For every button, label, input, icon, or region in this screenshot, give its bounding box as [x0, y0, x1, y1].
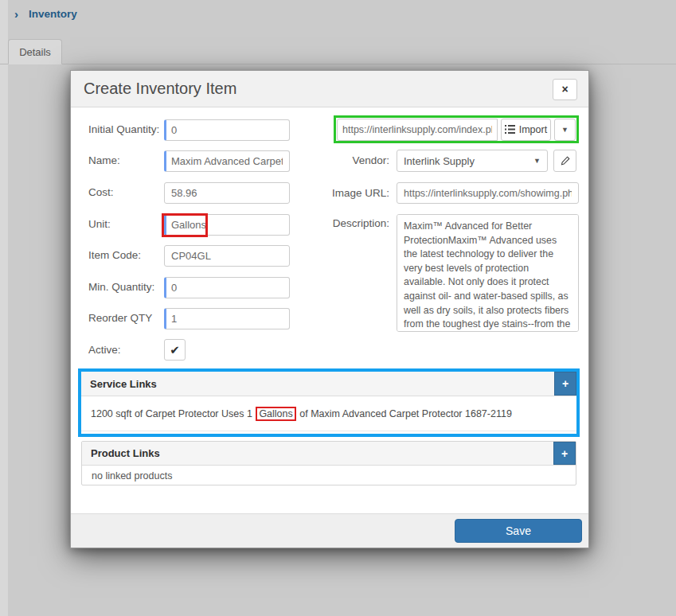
- description-textarea[interactable]: Maxim™ Advanced for Better ProtectionMax…: [397, 214, 579, 332]
- add-service-link-button[interactable]: +: [554, 372, 576, 396]
- import-url-highlight-box: Import ▼: [334, 115, 579, 143]
- modal-title: Create Inventory Item: [84, 80, 236, 98]
- vendor-selected-value: Interlink Supply: [404, 155, 475, 167]
- initial-quantity-label: Initial Quantity:: [88, 123, 159, 135]
- breadcrumb-inventory[interactable]: Inventory: [29, 8, 77, 20]
- unit-label: Unit:: [88, 218, 111, 230]
- import-url-input[interactable]: [337, 119, 498, 141]
- modal-footer: Save: [71, 513, 588, 548]
- service-link-text-prefix: 1200 sqft of Carpet Protector Uses 1: [91, 408, 252, 419]
- min-quantity-input[interactable]: [164, 277, 290, 298]
- service-link-row: 1200 sqft of Carpet Protector Uses 1 Gal…: [81, 396, 576, 431]
- initial-quantity-input[interactable]: [164, 119, 290, 141]
- import-button-label: Import: [519, 124, 547, 135]
- name-label: Name:: [88, 154, 120, 166]
- vendor-select[interactable]: Interlink Supply ▼: [397, 150, 548, 172]
- vendor-label: Vendor:: [345, 154, 389, 166]
- item-code-label: Item Code:: [88, 249, 141, 261]
- active-label: Active:: [88, 344, 121, 356]
- product-links-empty-text: no linked products: [82, 466, 576, 485]
- list-icon: [505, 125, 515, 134]
- service-link-gallons-highlight: Gallons: [256, 407, 295, 421]
- reorder-qty-label: Reorder QTY: [88, 312, 152, 324]
- image-url-label: Image URL:: [331, 187, 389, 199]
- product-links-title: Product Links: [91, 447, 160, 459]
- pencil-icon: [561, 156, 570, 166]
- import-dropdown-button[interactable]: ▼: [554, 119, 576, 141]
- tab-details[interactable]: Details: [8, 39, 62, 64]
- chevron-down-icon: ▼: [533, 157, 541, 165]
- modal-header: Create Inventory Item ×: [71, 71, 588, 107]
- breadcrumb[interactable]: › Inventory: [14, 7, 77, 21]
- active-checkbox[interactable]: ✔: [164, 339, 186, 361]
- product-links-header: Product Links +: [82, 442, 576, 466]
- vendor-edit-button[interactable]: [553, 150, 576, 172]
- unit-input[interactable]: [164, 214, 290, 236]
- add-product-link-button[interactable]: +: [553, 442, 576, 465]
- product-links-panel: Product Links + no linked products: [81, 441, 576, 485]
- cost-label: Cost:: [88, 186, 114, 198]
- checkmark-icon: ✔: [170, 343, 180, 357]
- service-links-panel: Service Links + 1200 sqft of Carpet Prot…: [78, 368, 580, 437]
- service-link-text-suffix: of Maxim Advanced Carpet Protector 1687-…: [299, 408, 512, 419]
- item-code-input[interactable]: [164, 245, 290, 267]
- image-url-input[interactable]: [397, 182, 579, 204]
- import-button[interactable]: Import: [501, 119, 551, 141]
- cost-input[interactable]: [164, 182, 290, 204]
- min-quantity-label: Min. Quantity:: [88, 281, 154, 293]
- service-links-title: Service Links: [90, 378, 157, 390]
- chevron-right-icon: ›: [14, 7, 18, 21]
- tab-bar: Details: [0, 39, 676, 64]
- name-input[interactable]: [164, 150, 290, 172]
- close-button[interactable]: ×: [553, 79, 577, 100]
- page-left-strip: [0, 0, 8, 616]
- description-label: Description:: [327, 217, 389, 229]
- create-inventory-item-modal: Create Inventory Item × Initial Quantity…: [70, 70, 589, 548]
- service-links-header: Service Links +: [81, 372, 576, 396]
- save-button[interactable]: Save: [455, 519, 582, 543]
- chevron-down-icon: ▼: [561, 126, 569, 134]
- reorder-qty-input[interactable]: [164, 308, 290, 329]
